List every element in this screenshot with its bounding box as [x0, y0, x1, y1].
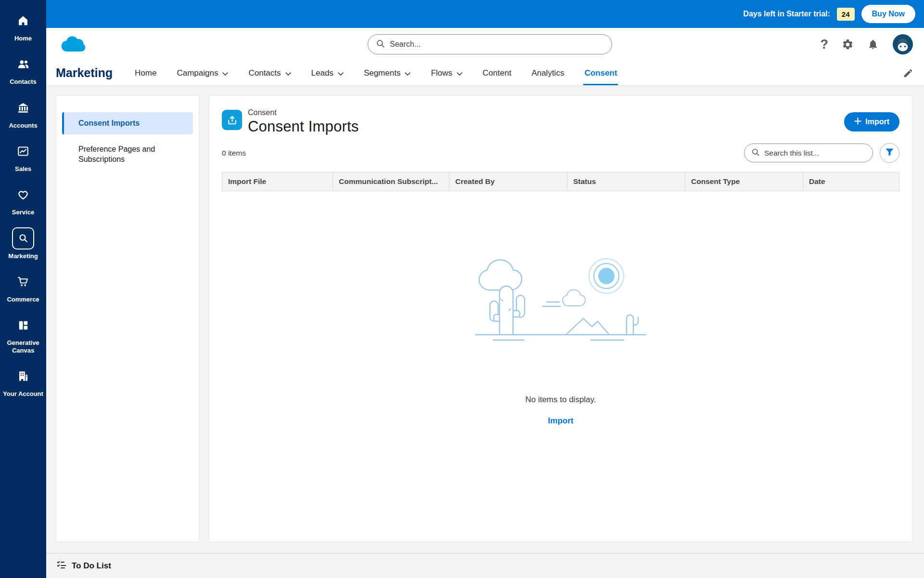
- sidebar-item-label: Generative Canvas: [0, 339, 46, 354]
- header-icons: ?: [821, 34, 924, 55]
- tab-label: Consent: [584, 68, 617, 78]
- empty-state: No items to display. Import: [222, 191, 899, 542]
- sidebar-item-label: Sales: [12, 165, 34, 172]
- page-title: Consent Imports: [248, 118, 359, 135]
- chevron-down-icon: [338, 68, 344, 78]
- sidebar-item-label: Accounts: [6, 122, 40, 129]
- sidebar-item-home[interactable]: Home: [0, 10, 46, 42]
- tab-label: Flows: [431, 68, 452, 78]
- chevron-down-icon: [222, 68, 228, 78]
- todo-bar[interactable]: To Do List: [46, 553, 924, 578]
- column-header-date[interactable]: Date: [803, 172, 899, 191]
- sidebar-item-label: Commerce: [4, 296, 42, 303]
- sidebar-item-label: Contacts: [7, 78, 39, 85]
- sidebar-item-your-account[interactable]: Your Account: [0, 365, 46, 397]
- commerce-icon: [12, 271, 34, 293]
- entity-label: Consent: [248, 108, 359, 117]
- search-icon: [376, 39, 385, 50]
- page-title-row: Consent Consent Imports Import: [222, 108, 899, 135]
- sidebar-item-label: Your Account: [0, 390, 46, 397]
- subnav-item-label: Preference Pages and Subscriptions: [78, 144, 187, 165]
- edit-pencil-icon[interactable]: [903, 68, 913, 79]
- accounts-icon: [12, 97, 34, 119]
- sidebar-item-label: Service: [9, 209, 37, 216]
- contacts-icon: [12, 53, 34, 75]
- buy-now-button[interactable]: Buy Now: [861, 5, 915, 23]
- tab-label: Analytics: [531, 68, 564, 78]
- column-header-status[interactable]: Status: [567, 172, 685, 191]
- service-icon: [12, 184, 34, 206]
- column-header-import-file[interactable]: Import File: [222, 172, 333, 191]
- tab-home[interactable]: Home: [135, 61, 156, 85]
- filter-icon: [885, 148, 894, 158]
- tab-contacts[interactable]: Contacts: [248, 61, 291, 85]
- todo-list-icon: [57, 561, 66, 571]
- your-account-icon: [12, 365, 34, 387]
- app-sidebar: Home Contacts: [0, 0, 46, 578]
- filter-button[interactable]: [880, 143, 899, 163]
- sales-icon: [12, 140, 34, 162]
- column-header-communication-subscription[interactable]: Communication Subscript...: [333, 172, 449, 191]
- chevron-down-icon: [457, 68, 462, 78]
- notifications-bell-icon[interactable]: [867, 39, 879, 50]
- item-count: 0 items: [222, 149, 246, 158]
- page-title-block: Consent Consent Imports: [248, 108, 359, 135]
- user-avatar[interactable]: [892, 34, 913, 55]
- sidebar-item-marketing[interactable]: Marketing: [0, 227, 46, 260]
- empty-state-message: No items to display.: [525, 395, 596, 405]
- consent-imports-card: Consent Consent Imports Import 0 items: [209, 95, 912, 542]
- generative-canvas-icon: [12, 314, 34, 336]
- tab-consent[interactable]: Consent: [584, 61, 617, 85]
- empty-state-illustration: [448, 253, 674, 347]
- app-nav: Marketing Home Campaigns Contacts Leads …: [46, 61, 924, 86]
- home-icon: [12, 10, 34, 32]
- tab-analytics[interactable]: Analytics: [531, 61, 564, 85]
- app-name: Marketing: [56, 66, 113, 80]
- table-header-row: Import File Communication Subscript... C…: [222, 172, 899, 191]
- column-header-consent-type[interactable]: Consent Type: [685, 172, 803, 191]
- main-column: Days left in Starter trial: 24 Buy Now: [46, 0, 924, 578]
- marketing-icon: [12, 227, 34, 250]
- tab-leads[interactable]: Leads: [311, 61, 344, 85]
- tab-segments[interactable]: Segments: [364, 61, 411, 85]
- app-root: Home Contacts: [0, 0, 924, 578]
- list-search: [744, 144, 873, 162]
- subnav-item-label: Consent Imports: [78, 118, 140, 129]
- subnav-item-preference-pages[interactable]: Preference Pages and Subscriptions: [62, 140, 193, 169]
- global-search-input[interactable]: [390, 40, 604, 49]
- trial-banner: Days left in Starter trial: 24 Buy Now: [46, 0, 924, 28]
- tab-label: Contacts: [248, 68, 281, 78]
- tab-label: Leads: [311, 68, 334, 78]
- import-button-label: Import: [865, 118, 889, 126]
- sidebar-item-sales[interactable]: Sales: [0, 140, 46, 172]
- todo-bar-label: To Do List: [72, 561, 111, 571]
- sidebar-item-generative-canvas[interactable]: Generative Canvas: [0, 314, 46, 354]
- empty-state-import-link[interactable]: Import: [548, 416, 574, 426]
- chevron-down-icon: [405, 68, 411, 78]
- tab-content[interactable]: Content: [483, 61, 512, 85]
- trial-days-badge: 24: [837, 8, 855, 21]
- tab-campaigns[interactable]: Campaigns: [177, 61, 228, 85]
- app-tabs: Home Campaigns Contacts Leads Segments: [135, 61, 617, 85]
- secondary-nav-panel: Consent Imports Preference Pages and Sub…: [56, 95, 199, 542]
- sidebar-item-accounts[interactable]: Accounts: [0, 97, 46, 129]
- sidebar-item-service[interactable]: Service: [0, 184, 46, 216]
- sidebar-item-commerce[interactable]: Commerce: [0, 271, 46, 303]
- sidebar-item-label: Marketing: [5, 252, 40, 260]
- column-header-created-by[interactable]: Created By: [449, 172, 567, 191]
- sidebar-item-contacts[interactable]: Contacts: [0, 53, 46, 85]
- salesforce-logo[interactable]: [59, 34, 87, 54]
- tab-label: Campaigns: [177, 68, 218, 78]
- help-icon[interactable]: ?: [821, 38, 829, 51]
- tab-flows[interactable]: Flows: [431, 61, 462, 85]
- tab-label: Content: [483, 68, 512, 78]
- list-search-input[interactable]: [764, 149, 866, 158]
- tab-label: Segments: [364, 68, 401, 78]
- import-button[interactable]: Import: [844, 112, 899, 131]
- list-search-icon: [751, 148, 760, 158]
- consent-entity-icon: [222, 110, 242, 130]
- list-toolbar: 0 items: [222, 143, 899, 163]
- subnav-item-consent-imports[interactable]: Consent Imports: [62, 112, 193, 134]
- chevron-down-icon: [285, 68, 291, 78]
- settings-gear-icon[interactable]: [842, 39, 854, 51]
